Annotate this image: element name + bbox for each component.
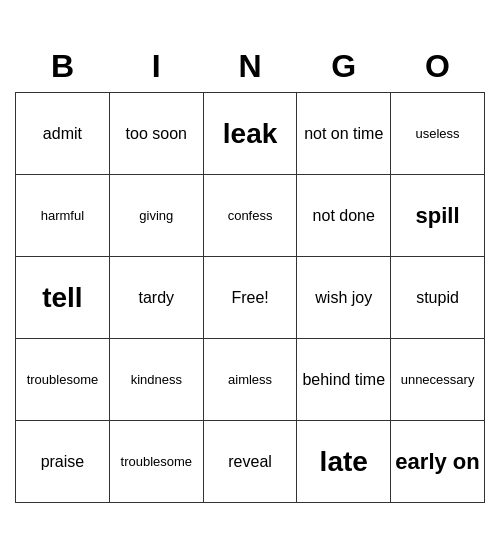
- bingo-cell-r1-c2: confess: [203, 175, 297, 257]
- header-letter-n: N: [203, 41, 297, 93]
- bingo-cell-r0-c1: too soon: [109, 93, 203, 175]
- bingo-cell-r0-c2: leak: [203, 93, 297, 175]
- bingo-cell-r3-c0: troublesome: [16, 339, 110, 421]
- bingo-cell-r1-c1: giving: [109, 175, 203, 257]
- bingo-cell-r4-c4: early on: [391, 421, 485, 503]
- bingo-cell-r0-c3: not on time: [297, 93, 391, 175]
- bingo-row-0: admittoo soonleaknot on timeuseless: [16, 93, 485, 175]
- bingo-cell-r4-c1: troublesome: [109, 421, 203, 503]
- bingo-card: BINGO admittoo soonleaknot on timeuseles…: [15, 41, 485, 504]
- header-letter-b: B: [16, 41, 110, 93]
- bingo-cell-r2-c4: stupid: [391, 257, 485, 339]
- bingo-cell-r4-c0: praise: [16, 421, 110, 503]
- bingo-cell-r2-c1: tardy: [109, 257, 203, 339]
- bingo-cell-r0-c0: admit: [16, 93, 110, 175]
- bingo-cell-r4-c3: late: [297, 421, 391, 503]
- bingo-cell-r3-c3: behind time: [297, 339, 391, 421]
- bingo-cell-r2-c3: wish joy: [297, 257, 391, 339]
- bingo-cell-r3-c1: kindness: [109, 339, 203, 421]
- bingo-row-1: harmfulgivingconfessnot donespill: [16, 175, 485, 257]
- bingo-cell-r1-c0: harmful: [16, 175, 110, 257]
- bingo-cell-r3-c2: aimless: [203, 339, 297, 421]
- bingo-cell-r2-c2: Free!: [203, 257, 297, 339]
- header-letter-i: I: [109, 41, 203, 93]
- bingo-row-2: telltardyFree!wish joystupid: [16, 257, 485, 339]
- bingo-cell-r1-c4: spill: [391, 175, 485, 257]
- bingo-row-3: troublesomekindnessaimlessbehind timeunn…: [16, 339, 485, 421]
- header-letter-o: O: [391, 41, 485, 93]
- bingo-cell-r3-c4: unnecessary: [391, 339, 485, 421]
- bingo-cell-r0-c4: useless: [391, 93, 485, 175]
- header-letter-g: G: [297, 41, 391, 93]
- bingo-cell-r1-c3: not done: [297, 175, 391, 257]
- bingo-cell-r4-c2: reveal: [203, 421, 297, 503]
- bingo-row-4: praisetroublesomereveallateearly on: [16, 421, 485, 503]
- bingo-header: BINGO: [16, 41, 485, 93]
- bingo-cell-r2-c0: tell: [16, 257, 110, 339]
